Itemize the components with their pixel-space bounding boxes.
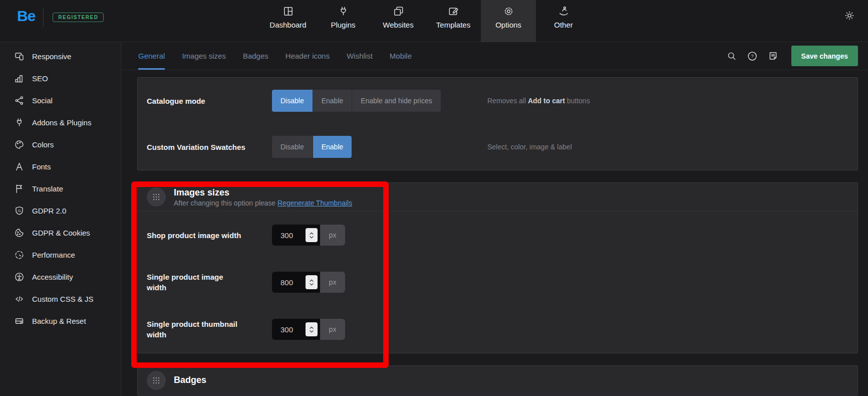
nav-item-label: Dashboard <box>269 21 306 29</box>
tab-general[interactable]: General <box>138 42 165 70</box>
sidebar-item-social[interactable]: Social <box>0 89 121 111</box>
sidebar-item-responsive[interactable]: Responsive <box>0 45 121 67</box>
sidebar-item-label: SEO <box>32 74 48 83</box>
drag-handle[interactable] <box>147 371 166 390</box>
stepper-control[interactable] <box>306 322 318 336</box>
sidebar-item-label: Social <box>32 96 53 105</box>
catalogue-mode-segmented-control: Disable Enable Enable and hide prices <box>272 90 441 112</box>
dashboard-icon <box>282 6 294 17</box>
cookie-icon <box>14 228 25 238</box>
nav-item-options[interactable]: Options <box>481 0 536 42</box>
search-icon[interactable] <box>726 51 737 61</box>
nav-item-plugins[interactable]: Plugins <box>316 0 371 42</box>
nav-item-label: Options <box>495 21 521 29</box>
sidebar-item-seo[interactable]: SEO <box>0 67 121 89</box>
sidebar-item-performance[interactable]: Performance <box>0 244 121 266</box>
stepper-control[interactable] <box>306 275 318 289</box>
nav-item-other[interactable]: Other <box>536 0 591 42</box>
flag-icon <box>14 183 25 194</box>
catalogue-mode-row: Catalogue mode Disable Enable Enable and… <box>138 78 857 124</box>
sidebar-item-label: GDPR & Cookies <box>32 229 90 237</box>
sidebar-item-label: Custom CSS & JS <box>32 295 94 303</box>
images-sizes-header: Images sizes After changing this option … <box>138 183 857 212</box>
nav-item-dashboard[interactable]: Dashboard <box>260 0 316 42</box>
single-product-thumbnail-width-row: Single product thumbnail width px <box>138 306 857 353</box>
images-sizes-subtitle: After changing this option please Regene… <box>174 199 352 207</box>
registered-badge: REGISTERED <box>53 13 104 22</box>
brand-area: Be REGISTERED <box>0 0 104 42</box>
shop-product-image-width-input[interactable] <box>272 231 302 240</box>
light-mode-toggle[interactable] <box>844 10 855 42</box>
code-icon <box>14 294 25 304</box>
speedometer-icon <box>14 250 25 260</box>
number-input-box <box>272 272 320 293</box>
shield-icon: G <box>14 206 25 216</box>
catalogue-mode-disable-button[interactable]: Disable <box>272 90 313 112</box>
palette-icon <box>14 139 25 150</box>
layout: Responsive SEO Social Addons & Plugins C… <box>0 42 868 395</box>
nav-item-websites[interactable]: Websites <box>371 0 426 42</box>
plug-icon <box>338 6 349 17</box>
edit-document-icon <box>448 6 459 17</box>
sidebar-item-label: Colors <box>32 140 54 149</box>
sidebar-item-addons-plugins[interactable]: Addons & Plugins <box>0 111 121 133</box>
stepper-control[interactable] <box>306 228 318 242</box>
field-label: Single product image width <box>147 272 244 293</box>
betheme-logo[interactable]: Be <box>17 8 35 24</box>
sidebar-item-custom-css-js[interactable]: Custom CSS & JS <box>0 288 121 310</box>
subtitle-text: After changing this option please <box>174 199 277 207</box>
sidebar-item-gdpr-cookies[interactable]: GDPR & Cookies <box>0 222 121 244</box>
tab-badges[interactable]: Badges <box>243 42 268 70</box>
tabbar-actions: ? Save changes <box>726 42 858 70</box>
catalogue-mode-enable-hide-prices-button[interactable]: Enable and hide prices <box>352 90 440 112</box>
single-product-image-width-input[interactable] <box>272 278 302 287</box>
helper-text: Removes all <box>487 97 528 105</box>
sidebar-item-label: GDPR 2.0 <box>32 207 66 215</box>
badges-header: Badges <box>138 366 857 394</box>
sidebar-item-colors[interactable]: Colors <box>0 133 121 155</box>
sidebar-item-label: Translate <box>32 184 63 193</box>
sidebar-item-label: Accessibility <box>32 273 73 281</box>
variation-swatches-label: Custom Variation Swatches <box>147 143 272 151</box>
notes-icon[interactable] <box>768 51 778 61</box>
catalogue-mode-helper: Removes all Add to cart buttons <box>487 97 857 105</box>
nav-item-templates[interactable]: Templates <box>426 0 481 42</box>
single-product-thumbnail-width-group: px <box>272 319 857 340</box>
sidebar-item-fonts[interactable]: Fonts <box>0 155 121 177</box>
helper-text: Select, color, image & label <box>487 143 572 151</box>
sun-icon <box>844 10 855 21</box>
options-content: Catalogue mode Disable Enable Enable and… <box>121 70 868 395</box>
sidebar-item-backup-reset[interactable]: Backup & Reset <box>0 310 121 332</box>
shop-product-image-width-group: px <box>272 225 857 246</box>
catalogue-mode-label: Catalogue mode <box>147 97 272 105</box>
nav-item-label: Plugins <box>331 21 355 29</box>
drag-handle[interactable] <box>147 187 166 207</box>
single-product-thumbnail-width-input[interactable] <box>272 325 302 334</box>
tab-mobile[interactable]: Mobile <box>390 42 412 70</box>
save-changes-button[interactable]: Save changes <box>791 46 858 66</box>
top-navigation: Dashboard Plugins Websites Templates Opt… <box>260 0 591 42</box>
tab-images-sizes[interactable]: Images sizes <box>182 42 226 70</box>
catalogue-mode-enable-button[interactable]: Enable <box>313 90 352 112</box>
sidebar-item-gdpr-2[interactable]: G GDPR 2.0 <box>0 200 121 222</box>
sidebar-item-accessibility[interactable]: Accessibility <box>0 266 121 288</box>
care-hand-icon <box>558 6 569 17</box>
help-icon[interactable]: ? <box>747 51 758 62</box>
chevron-up-down-icon <box>309 232 315 239</box>
sidebar-item-translate[interactable]: Translate <box>0 177 121 200</box>
single-product-image-width-group: px <box>272 272 857 293</box>
topbar: Be REGISTERED Dashboard Plugins Websites <box>0 0 868 42</box>
tab-wishlist[interactable]: Wishlist <box>347 42 373 70</box>
share-icon <box>14 95 25 106</box>
grid-dots-icon <box>152 193 160 201</box>
variation-swatches-enable-button[interactable]: Enable <box>313 136 352 158</box>
regenerate-thumbnails-link[interactable]: Regenerate Thumbnails <box>277 199 352 207</box>
single-product-image-width-row: Single product image width px <box>138 259 857 306</box>
number-input-box <box>272 225 320 246</box>
sidebar-item-label: Fonts <box>32 162 51 171</box>
plug-icon <box>14 117 25 128</box>
nav-item-label: Websites <box>383 21 413 29</box>
variation-swatches-disable-button[interactable]: Disable <box>272 136 313 158</box>
bar-chart-icon <box>14 73 25 84</box>
tab-header-icons[interactable]: Header icons <box>285 42 330 70</box>
